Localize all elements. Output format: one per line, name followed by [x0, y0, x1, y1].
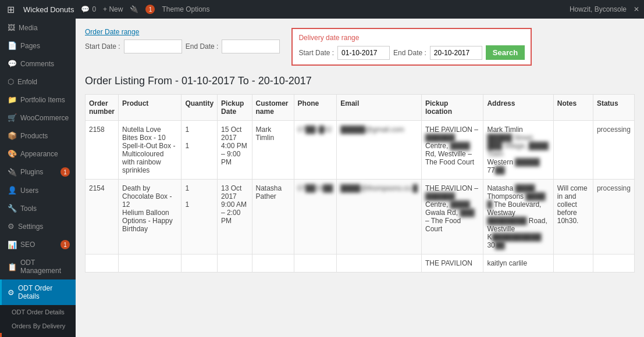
table-row: 2158 Nutella Love Bites Box - 10 Spell-i… [86, 121, 635, 180]
cell-pickup-date: 13 Oct 20179:00 AM – 2:00 PM [218, 180, 252, 254]
col-notes: Notes [553, 95, 593, 121]
cell-quantity: 11 [182, 121, 218, 180]
cell-customer-name: Natasha Pather [252, 180, 294, 254]
sidebar-item-plugins-label: Plugins [20, 168, 43, 176]
settings-icon: ⚙ [8, 222, 15, 231]
odt-order-details-icon: ⚙ [8, 288, 15, 297]
cell-phone: 07██1█02 [294, 121, 337, 180]
products-icon: 📦 [8, 131, 17, 140]
cell-pickup-location: THE PAVILION – ██████ Centre, ████ Rd, W… [422, 121, 483, 180]
seo-badge: 1 [61, 240, 70, 249]
enfold-icon: ⬡ [8, 77, 14, 86]
pages-icon: 📄 [8, 41, 17, 50]
order-date-range-inputs: Start Date : End Date : [85, 40, 280, 53]
sidebar-item-seo-label: SEO [20, 241, 35, 249]
sidebar-item-media[interactable]: 🖼 Media [0, 19, 76, 37]
sidebar-item-users[interactable]: 👤 Users [0, 181, 76, 199]
sidebar-item-tools-label: Tools [20, 205, 37, 213]
sidebar-item-odt-management[interactable]: 📋 ODT Management [0, 254, 76, 279]
cell-product: Death by Chocolate Box - 12 Helium Ballo… [119, 180, 182, 254]
theme-options[interactable]: Theme Options [162, 5, 209, 13]
admin-bar-close-icon[interactable]: ✕ [634, 5, 639, 13]
cell-notes [553, 121, 593, 180]
sidebar-item-pages[interactable]: 📄 Pages [0, 37, 76, 55]
cell-email [337, 254, 422, 273]
cell-order-number: 2154 [86, 180, 119, 254]
site-name[interactable]: Wicked Donuts [23, 5, 74, 14]
tools-icon: 🔧 [8, 204, 17, 213]
order-date-range-label[interactable]: Order Date range [85, 28, 280, 36]
sidebar-item-plugins[interactable]: 🔌 Plugins 1 [0, 163, 76, 181]
order-table: Ordernumber Product Quantity Pickup Date… [85, 94, 635, 273]
seo-icon: 📊 [8, 241, 17, 249]
table-row: THE PAVILION kaitlyn carlile [86, 254, 635, 273]
col-phone: Phone [294, 95, 337, 121]
cell-status: processing [593, 121, 634, 180]
portfolio-icon: 📁 [8, 95, 17, 104]
order-date-range: Order Date range Start Date : End Date : [85, 28, 280, 53]
sidebar-sub-orders-by-pickup[interactable]: Orders By Pickup [0, 333, 76, 337]
user-info: Howzit, Byconsole [570, 5, 627, 13]
sidebar-item-appearance-label: Appearance [20, 150, 58, 158]
cell-pickup-location: THE PAVILION – ██████ Centre, ████ Gwala… [422, 180, 483, 254]
sidebar-item-settings[interactable]: ⚙ Settings [0, 217, 76, 235]
sidebar-item-appearance[interactable]: 🎨 Appearance [0, 145, 76, 163]
sidebar-item-users-label: Users [20, 187, 38, 195]
search-button[interactable]: Search [486, 45, 525, 60]
cell-customer-name: Mark Timlin [252, 121, 294, 180]
sidebar-item-comments-label: Comments [20, 60, 54, 68]
cell-order-number: 2158 [86, 121, 119, 180]
sidebar-item-portfolio[interactable]: 📁 Portfolio Items [0, 91, 76, 109]
col-quantity: Quantity [182, 95, 218, 121]
sidebar-item-settings-label: Settings [18, 223, 43, 231]
cell-status [593, 254, 634, 273]
cell-status: processing [593, 180, 634, 254]
sidebar-sub-odt-order-details[interactable]: ODT Order Details [0, 305, 76, 319]
sidebar-item-woocommerce[interactable]: 🛒 WooCommerce [0, 109, 76, 127]
woocommerce-icon: 🛒 [8, 113, 17, 122]
plugins-badge-bar: 1 [145, 5, 155, 14]
order-end-date-label: End Date : [186, 42, 219, 51]
plugins-icon-bar: 🔌 [130, 5, 138, 13]
sidebar-item-products-label: Products [20, 132, 48, 140]
col-product: Product [119, 95, 182, 121]
sidebar-item-odt-management-label: ODT Management [20, 259, 70, 275]
admin-bar: ⊞ Wicked Donuts 💬 0 + New 🔌 1 Theme Opti… [0, 0, 644, 19]
cell-address: Mark Timlin █████ Street, ███ Village, █… [483, 121, 553, 180]
cell-notes: Will come in and collect before 10h30. [553, 180, 593, 254]
table-header-row: Ordernumber Product Quantity Pickup Date… [86, 95, 635, 121]
order-start-date-input[interactable] [124, 40, 182, 53]
sidebar-item-enfold-label: Enfold [17, 78, 37, 86]
cell-phone: 07██33██ [294, 180, 337, 254]
listing-title: Order Listing From - 01-10-2017 To - 20-… [85, 75, 635, 87]
sidebar-item-seo[interactable]: 📊 SEO 1 [0, 235, 76, 254]
new-button[interactable]: + New [103, 5, 123, 13]
comments-count[interactable]: 💬 0 [81, 5, 96, 13]
delivery-end-date-label: End Date : [393, 49, 426, 57]
sidebar-item-products[interactable]: 📦 Products [0, 127, 76, 145]
cell-notes [553, 254, 593, 273]
sidebar-item-odt-order-details[interactable]: ⚙ ODT Order Details [0, 279, 76, 305]
cell-pickup-date: 15 Oct 20174:00 PM – 9:00 PM [218, 121, 252, 180]
plugins-badge: 1 [61, 167, 70, 177]
sidebar-sub-orders-by-delivery[interactable]: Orders By Delivery [0, 319, 76, 333]
comment-icon: 💬 [81, 5, 90, 13]
main-content: Order Date range Start Date : End Date :… [76, 19, 644, 337]
cell-customer-name [252, 254, 294, 273]
cell-product [119, 254, 182, 273]
date-ranges: Order Date range Start Date : End Date :… [85, 28, 635, 66]
sidebar-item-comments[interactable]: 💬 Comments [0, 55, 76, 73]
cell-address: Natasha ████ Thompsons ████ █ The Boulev… [483, 180, 553, 254]
delivery-end-date-input[interactable] [430, 46, 482, 60]
order-end-date-input[interactable] [222, 40, 280, 53]
cell-quantity [182, 254, 218, 273]
col-pickup-date: Pickup Date [218, 95, 252, 121]
cell-order-number [86, 254, 119, 273]
appearance-icon: 🎨 [8, 149, 17, 158]
sidebar-item-tools[interactable]: 🔧 Tools [0, 199, 76, 217]
cell-phone [294, 254, 337, 273]
sidebar-item-woocommerce-label: WooCommerce [20, 114, 69, 122]
delivery-start-date-input[interactable] [337, 46, 390, 60]
sidebar-item-enfold[interactable]: ⬡ Enfold [0, 73, 76, 91]
comments-icon: 💬 [8, 59, 17, 68]
